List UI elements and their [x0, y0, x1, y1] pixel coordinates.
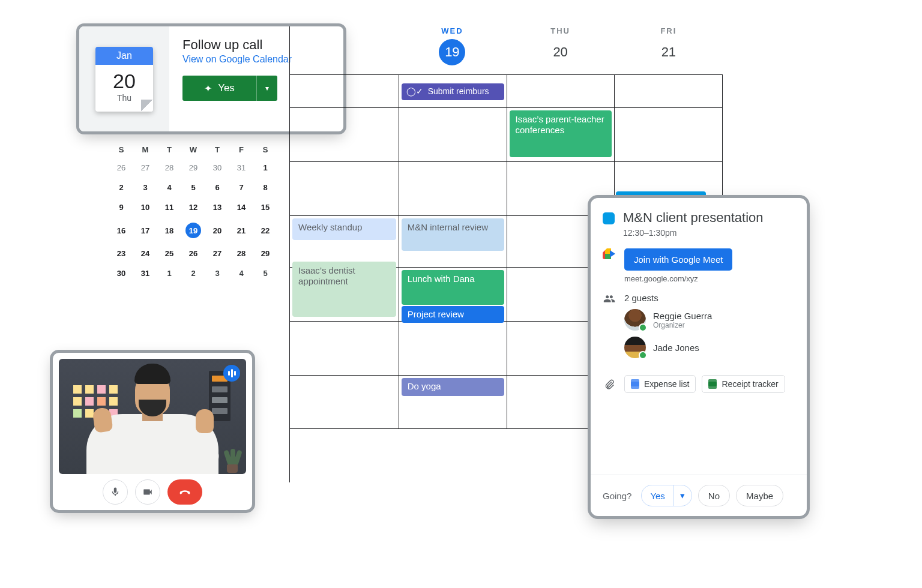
event-internal-review[interactable]: M&N internal review [402, 218, 504, 251]
mini-day[interactable]: 26 [181, 244, 205, 263]
mini-day[interactable]: 13 [205, 197, 229, 217]
event-project-review[interactable]: Project review [402, 306, 504, 323]
event-do-yoga[interactable]: Do yoga [402, 378, 504, 396]
mini-day[interactable]: 31 [229, 158, 253, 178]
mini-dow: W [181, 145, 205, 158]
grid-cell[interactable] [290, 322, 399, 375]
day-header-fri[interactable]: FRI 21 [615, 26, 723, 74]
mini-day[interactable]: 8 [253, 178, 277, 197]
video-feed [59, 359, 246, 474]
grid-cell[interactable] [290, 108, 399, 161]
mini-day[interactable]: 1 [157, 263, 181, 283]
mini-day[interactable]: 7 [229, 178, 253, 197]
mini-day[interactable]: 30 [205, 158, 229, 178]
mini-day[interactable]: 30 [109, 263, 133, 283]
mini-day[interactable]: 5 [253, 263, 277, 283]
grid-cell[interactable]: Do yoga [399, 376, 507, 428]
mini-day[interactable]: 11 [157, 197, 181, 217]
mini-day[interactable]: 16 [109, 217, 133, 244]
grid-cell[interactable]: Isaac’s dentist appointment [290, 268, 399, 321]
grid-cell[interactable] [399, 162, 507, 215]
mini-day[interactable]: 28 [157, 158, 181, 178]
mini-day[interactable]: 25 [157, 244, 181, 263]
mini-day[interactable]: 10 [133, 197, 157, 217]
end-call-button[interactable] [167, 479, 202, 505]
join-meet-button[interactable]: Join with Google Meet [624, 248, 732, 271]
mini-day[interactable]: 14 [229, 197, 253, 217]
rsvp-no[interactable]: No [698, 485, 730, 506]
task-check-icon: ◯✓ [406, 86, 423, 96]
event-submit-reimburs[interactable]: ◯✓ Submit reimburs [402, 83, 504, 100]
mini-day[interactable]: 27 [205, 244, 229, 263]
mini-day[interactable]: 4 [157, 178, 181, 197]
mini-day[interactable]: 28 [229, 244, 253, 263]
mini-day[interactable]: 19 [181, 217, 205, 244]
event-parent-teacher[interactable]: Isaac’s parent-teacher conferences [510, 110, 612, 157]
grid-cell[interactable]: Lunch with Dana Project review [399, 268, 507, 321]
mini-day[interactable]: 15 [253, 197, 277, 217]
mini-day[interactable]: 29 [253, 244, 277, 263]
grid-cell[interactable] [290, 162, 399, 215]
grid-cell[interactable] [399, 322, 507, 375]
guest-row[interactable]: Jade Jones [624, 337, 795, 358]
participant-avatar [59, 359, 246, 474]
dow-label: WED [398, 26, 506, 35]
event-title: Do yoga [408, 381, 441, 391]
mini-day[interactable]: 12 [181, 197, 205, 217]
mini-day[interactable]: 21 [229, 217, 253, 244]
day-header-thu[interactable]: THU 20 [507, 26, 615, 74]
call-controls [53, 474, 252, 510]
avatar [624, 337, 646, 358]
mini-day[interactable]: 20 [205, 217, 229, 244]
people-icon [603, 293, 616, 305]
event-dentist[interactable]: Isaac’s dentist appointment [292, 262, 396, 317]
grid-cell[interactable]: M&N internal review [399, 216, 507, 267]
mini-day[interactable]: 5 [181, 178, 205, 197]
mini-day[interactable]: 23 [109, 244, 133, 263]
meet-url[interactable]: meet.google.com/xyz [624, 274, 732, 283]
mini-day[interactable]: 22 [253, 217, 277, 244]
mini-day[interactable]: 3 [133, 178, 157, 197]
grid-cell[interactable] [290, 75, 399, 107]
event-weekly-standup[interactable]: Weekly standup [292, 218, 396, 240]
mini-day[interactable]: 2 [181, 263, 205, 283]
mini-day[interactable]: 6 [205, 178, 229, 197]
rsvp-yes-button[interactable]: ✦ Yes [182, 76, 257, 101]
attachment-receipt-tracker[interactable]: Receipt tracker [702, 375, 785, 393]
guest-name: Jade Jones [653, 343, 699, 353]
mini-day[interactable]: 3 [205, 263, 229, 283]
guest-row[interactable]: Reggie Guerra Organizer [624, 309, 795, 331]
grid-cell[interactable] [399, 108, 507, 161]
day-header-wed[interactable]: WED 19 [398, 26, 506, 74]
event-lunch-dana[interactable]: Lunch with Dana [402, 270, 504, 305]
mini-day[interactable]: 29 [181, 158, 205, 178]
grid-cell[interactable] [615, 75, 723, 107]
rsvp-yes-dropdown[interactable]: ▾ [257, 76, 277, 101]
mini-dow: T [205, 145, 229, 158]
camera-button[interactable] [135, 479, 160, 505]
mini-day[interactable]: 27 [133, 158, 157, 178]
attachment-expense-list[interactable]: Expense list [624, 375, 696, 393]
mini-day[interactable]: 31 [133, 263, 157, 283]
mini-month-calendar[interactable]: SMTWTFS 26272829303112345678910111213141… [109, 145, 277, 283]
grid-cell[interactable] [507, 75, 615, 107]
grid-cell[interactable] [615, 108, 723, 161]
mini-day[interactable]: 4 [229, 263, 253, 283]
grid-cell[interactable]: ◯✓ Submit reimburs [399, 75, 507, 107]
mini-day[interactable]: 17 [133, 217, 157, 244]
mute-button[interactable] [103, 479, 128, 505]
rsvp-yes[interactable]: Yes ▾ [641, 485, 692, 506]
rsvp-maybe[interactable]: Maybe [736, 485, 783, 506]
grid-cell[interactable]: Isaac’s parent-teacher conferences [507, 108, 615, 161]
rsvp-yes-caret-icon[interactable]: ▾ [673, 485, 692, 506]
mini-day[interactable]: 18 [157, 217, 181, 244]
grid-cell[interactable] [290, 376, 399, 428]
mini-day[interactable]: 1 [253, 158, 277, 178]
calendar-month: Jan [95, 47, 153, 65]
mini-day[interactable]: 24 [133, 244, 157, 263]
mini-day[interactable]: 2 [109, 178, 133, 197]
calendar-day-number: 20 [95, 70, 153, 93]
grid-cell[interactable]: Weekly standup [290, 216, 399, 267]
mini-day[interactable]: 9 [109, 197, 133, 217]
mini-day[interactable]: 26 [109, 158, 133, 178]
